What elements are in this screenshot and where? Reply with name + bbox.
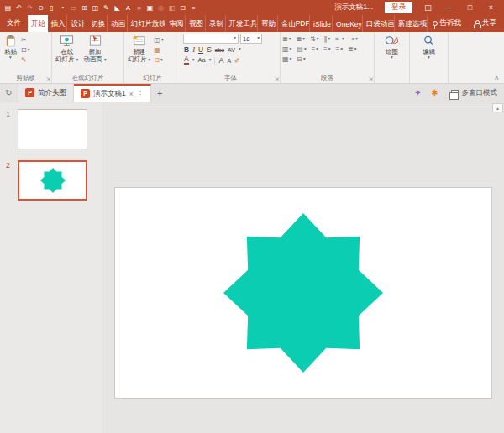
- tab-onekey[interactable]: OneKey: [333, 15, 363, 32]
- font-color-button[interactable]: A: [184, 56, 189, 65]
- tab-home[interactable]: 开始: [28, 15, 48, 32]
- tab-devtools[interactable]: 开发工具: [226, 15, 258, 32]
- increase-indent-icon[interactable]: ⇥▾: [349, 35, 358, 43]
- new-file-icon[interactable]: ▯: [46, 1, 57, 14]
- strikethrough-button[interactable]: abc: [215, 47, 224, 53]
- close-tab-icon[interactable]: ×: [129, 90, 134, 98]
- collapse-ribbon-button[interactable]: ∧: [494, 74, 499, 81]
- doc-tab-presentation1[interactable]: P 演示文稿1 × ⋮: [74, 84, 151, 102]
- align-left-icon[interactable]: ≡▾: [312, 45, 318, 53]
- smartart-icon[interactable]: ⊟▾: [297, 55, 305, 63]
- align-right-icon[interactable]: ≡▾: [336, 45, 343, 53]
- grid-icon[interactable]: ⊞: [79, 1, 90, 14]
- tab-view[interactable]: 视图: [186, 15, 206, 32]
- doc-tab-intro[interactable]: P 简介头图 × ⋮: [18, 84, 74, 102]
- print-preview-icon[interactable]: ◔: [57, 1, 68, 14]
- slide-thumbnail-1[interactable]: 1: [0, 109, 102, 149]
- tab-design[interactable]: 设计: [67, 15, 87, 32]
- magic-wand-icon[interactable]: ✦: [410, 88, 427, 97]
- audio-icon[interactable]: ◧: [166, 1, 177, 14]
- tab-insert[interactable]: 插入: [48, 15, 68, 32]
- slide-canvas[interactable]: [114, 187, 492, 399]
- numbering-icon[interactable]: ≣▾: [296, 35, 304, 43]
- login-button[interactable]: 登录: [385, 2, 412, 13]
- redo-icon[interactable]: ↷: [24, 1, 35, 14]
- online-slides-button[interactable]: 在线幻灯片 ▾: [54, 34, 80, 64]
- fill-color-icon[interactable]: ◣: [112, 1, 123, 14]
- pen-icon[interactable]: ✎: [101, 1, 112, 14]
- share-button[interactable]: 共享: [466, 15, 504, 32]
- tab-more-icon[interactable]: ⋮: [137, 90, 144, 98]
- layout-icon[interactable]: ◫: [90, 1, 101, 14]
- increase-font-size-button[interactable]: A: [218, 57, 223, 65]
- italic-button[interactable]: I: [192, 46, 195, 54]
- text-shadow-button[interactable]: S: [207, 46, 212, 54]
- bell-icon[interactable]: ◎: [155, 1, 166, 14]
- bullets-icon[interactable]: ≣▾: [282, 35, 291, 43]
- bold-button[interactable]: B: [184, 46, 189, 54]
- star-shape[interactable]: [223, 213, 383, 373]
- tab-slideshow[interactable]: 幻灯片放映: [128, 15, 166, 32]
- tab-islide[interactable]: iSlide: [310, 15, 333, 32]
- scroll-up-button[interactable]: ▴: [492, 103, 503, 112]
- selection-icon[interactable]: ▣: [144, 1, 155, 14]
- tab-record[interactable]: 录制: [206, 15, 226, 32]
- align-text-icon[interactable]: ▤▾: [297, 45, 306, 53]
- line-spacing-icon[interactable]: ⇅▾: [310, 35, 318, 43]
- text-direction-icon[interactable]: ∥▾: [323, 35, 330, 43]
- recent-documents-icon[interactable]: ↻: [0, 84, 18, 102]
- ribbon-display-options-icon[interactable]: ◫: [417, 1, 438, 14]
- tab-help[interactable]: 帮助: [258, 15, 278, 32]
- tab-jinshan-pdf[interactable]: 金山PDF: [278, 15, 310, 32]
- tab-pocket-animation[interactable]: 口袋动画: [363, 15, 395, 32]
- decrease-indent-icon[interactable]: ⇤▾: [335, 35, 344, 43]
- paste-button[interactable]: 粘贴 ▾: [2, 34, 19, 61]
- justify-icon[interactable]: ≣▾: [348, 45, 356, 53]
- slide-icon[interactable]: ▭: [68, 1, 79, 14]
- close-icon[interactable]: ×: [480, 1, 501, 14]
- minimize-icon[interactable]: –: [438, 1, 459, 14]
- underline-button[interactable]: U: [198, 46, 203, 54]
- tab-transitions[interactable]: 切换: [87, 15, 108, 32]
- duplicate-icon[interactable]: ⊡: [177, 1, 188, 14]
- section-button[interactable]: ⊟▾: [154, 55, 163, 65]
- settings-gear-icon[interactable]: ✱: [427, 88, 444, 97]
- tab-animations[interactable]: 动画: [108, 15, 128, 32]
- font-dialog-launcher[interactable]: ⇲: [275, 76, 279, 82]
- format-painter-button[interactable]: ✎: [21, 55, 29, 65]
- decrease-font-size-button[interactable]: A: [227, 58, 231, 64]
- reset-slide-button[interactable]: ▦: [154, 45, 163, 55]
- more-icons-chevron[interactable]: »: [188, 1, 199, 14]
- tell-me-button[interactable]: 告诉我: [428, 15, 467, 32]
- slide-thumbnail[interactable]: [18, 109, 87, 149]
- change-case-button[interactable]: Aa: [197, 57, 205, 64]
- slide-layout-button[interactable]: ◫▾: [154, 35, 163, 44]
- character-spacing-button[interactable]: AV: [228, 47, 235, 53]
- columns-icon[interactable]: ▥▾: [282, 45, 291, 53]
- slide-thumbnail-2[interactable]: 2: [0, 160, 102, 201]
- maximize-icon[interactable]: □: [459, 1, 480, 14]
- shape-circle-icon[interactable]: ○: [134, 1, 144, 14]
- clear-formatting-button[interactable]: ✐: [234, 56, 240, 65]
- multi-window-mode-button[interactable]: 多窗口模式: [444, 88, 504, 98]
- new-tab-button[interactable]: +: [151, 84, 168, 102]
- tab-file[interactable]: 文件: [0, 15, 28, 32]
- save-icon[interactable]: ▤: [3, 1, 13, 14]
- cut-button[interactable]: ✂: [21, 35, 29, 44]
- drawing-button[interactable]: 绘图 ▾: [383, 34, 401, 61]
- tab-new-options[interactable]: 新建选项: [395, 15, 427, 32]
- clipboard-dialog-launcher[interactable]: ⇲: [46, 76, 50, 82]
- tab-review[interactable]: 审阅: [165, 15, 186, 32]
- font-size-combobox[interactable]: 18▾: [240, 34, 262, 44]
- copy-button[interactable]: ⊡▾: [21, 45, 29, 55]
- slide-thumbnail[interactable]: [18, 160, 87, 201]
- distribute-icon[interactable]: ▦▾: [282, 55, 291, 63]
- new-animation-page-button[interactable]: 新加动画页 ▾: [81, 34, 108, 64]
- undo-icon[interactable]: ↶: [13, 1, 24, 14]
- font-name-combobox[interactable]: ▾: [183, 34, 239, 44]
- stamp-icon[interactable]: ⊙: [35, 1, 46, 14]
- font-color-icon[interactable]: A: [123, 1, 134, 14]
- paragraph-dialog-launcher[interactable]: ⇲: [369, 76, 373, 82]
- editing-button[interactable]: 编辑 ▾: [420, 34, 438, 61]
- new-slide-button[interactable]: 新建幻灯片 ▾: [126, 34, 152, 64]
